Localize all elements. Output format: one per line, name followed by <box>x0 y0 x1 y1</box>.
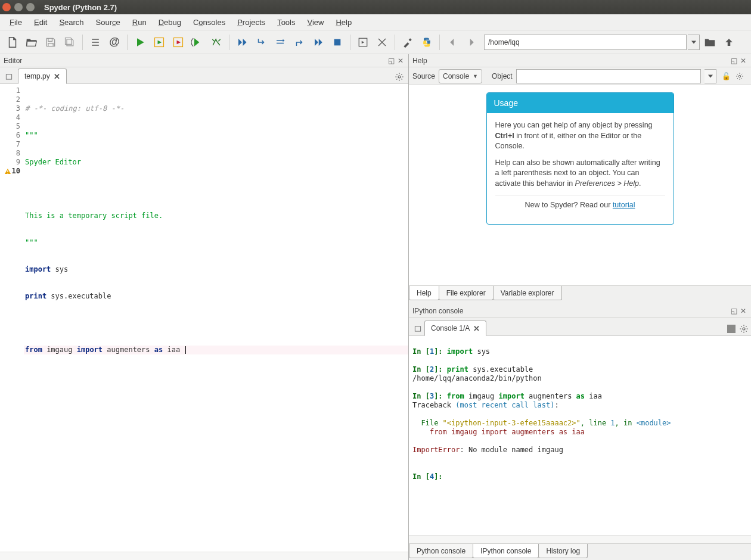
fullscreen-icon[interactable] <box>373 33 391 51</box>
help-card-title: Usage <box>487 93 674 113</box>
svg-rect-7 <box>7 173 8 173</box>
window-close-button[interactable] <box>2 3 11 11</box>
svg-rect-2 <box>334 39 341 45</box>
help-object-input[interactable] <box>516 69 701 83</box>
debug-stepover-icon[interactable] <box>271 33 289 51</box>
code-editor[interactable]: 12345 6789 10 # -*- coding: utf-8 -*- ""… <box>0 84 408 552</box>
close-tab-icon[interactable]: ✕ <box>54 72 60 81</box>
run-icon[interactable] <box>131 33 149 51</box>
menu-file[interactable]: File <box>5 17 27 28</box>
menu-run[interactable]: Run <box>128 17 151 28</box>
menu-view[interactable]: View <box>302 17 328 28</box>
console-close-pane-icon[interactable]: ✕ <box>739 307 747 315</box>
help-usage-card: Usage Here you can get help of any objec… <box>486 92 674 225</box>
console-tab-label: Console 1/A <box>431 324 470 332</box>
help-bottom-tabs: Help File explorer Variable explorer <box>409 285 751 302</box>
help-pane-header: Help ◱ ✕ <box>409 54 751 67</box>
help-object-label: Object <box>492 72 513 80</box>
console-float-icon[interactable]: ◱ <box>730 307 738 315</box>
editor-tabbar: temp.py ✕ <box>0 67 408 84</box>
editor-close-pane-icon[interactable]: ✕ <box>396 57 405 65</box>
menu-help[interactable]: Help <box>331 17 356 28</box>
debug-stepinto-icon[interactable] <box>252 33 270 51</box>
svg-point-5 <box>398 76 401 78</box>
save-icon[interactable] <box>42 33 60 51</box>
open-file-icon[interactable] <box>23 33 41 51</box>
menubar: File Edit Search Source Run Debug Consol… <box>0 14 751 30</box>
tab-history-log[interactable]: History log <box>538 544 588 558</box>
code-body[interactable]: # -*- coding: utf-8 -*- """ Spyder Edito… <box>23 84 408 552</box>
menu-tools[interactable]: Tools <box>272 17 300 28</box>
browse-tabs-icon[interactable] <box>2 70 15 83</box>
help-close-pane-icon[interactable]: ✕ <box>739 57 747 65</box>
debug-step-icon[interactable] <box>233 33 251 51</box>
outline-icon[interactable] <box>86 33 104 51</box>
svg-rect-6 <box>7 170 8 172</box>
help-lock-icon[interactable]: 🔓 <box>720 72 732 80</box>
console-options-icon[interactable] <box>739 324 749 334</box>
console-output[interactable]: In [1]: import sys In [2]: print sys.exe… <box>409 336 751 535</box>
menu-search[interactable]: Search <box>54 17 88 28</box>
parent-dir-icon[interactable] <box>720 33 738 51</box>
help-options-icon[interactable] <box>736 72 747 80</box>
console-close-tab-icon[interactable]: ✕ <box>473 324 480 333</box>
save-all-icon[interactable] <box>61 33 79 51</box>
editor-hscrollbar[interactable] <box>0 552 408 560</box>
help-object-dropdown[interactable] <box>705 69 716 83</box>
menu-projects[interactable]: Projects <box>232 17 270 28</box>
window-maximize-button[interactable] <box>26 3 35 11</box>
console-tabbar: Console 1/A ✕ <box>409 318 751 336</box>
editor-float-icon[interactable]: ◱ <box>387 57 395 65</box>
help-source-label: Source <box>412 72 435 80</box>
python-path-icon[interactable] <box>418 33 436 51</box>
console-pane-header: IPython console ◱ ✕ <box>409 304 751 318</box>
debug-continue-icon[interactable] <box>309 33 327 51</box>
nav-back-icon[interactable] <box>443 33 461 51</box>
svg-rect-4 <box>6 74 11 79</box>
window-minimize-button[interactable] <box>14 3 23 11</box>
preferences-icon[interactable] <box>399 33 417 51</box>
run-cell-icon[interactable] <box>150 33 168 51</box>
line-gutter: 12345 6789 10 <box>0 84 23 552</box>
menu-edit[interactable]: Edit <box>29 17 52 28</box>
help-tutorial-line: New to Spyder? Read our tutorial <box>495 200 665 211</box>
console-stop-icon[interactable] <box>727 325 736 333</box>
editor-options-icon[interactable] <box>393 70 406 83</box>
tab-help[interactable]: Help <box>409 286 439 300</box>
nav-fwd-icon[interactable] <box>463 33 480 51</box>
menu-debug[interactable]: Debug <box>154 17 186 28</box>
main-toolbar: @ /home/lqq <box>0 30 751 54</box>
editor-pane-header: Editor ◱ ✕ <box>0 54 408 67</box>
console-tab-1a[interactable]: Console 1/A ✕ <box>424 321 486 336</box>
menu-source[interactable]: Source <box>91 17 125 28</box>
svg-point-10 <box>743 328 745 330</box>
tab-python-console[interactable]: Python console <box>409 544 473 558</box>
editor-tab-temp[interactable]: temp.py ✕ <box>18 69 67 84</box>
help-para1: Here you can get help of any object by p… <box>495 120 665 152</box>
help-body: Usage Here you can get help of any objec… <box>409 85 751 285</box>
help-float-icon[interactable]: ◱ <box>730 57 738 65</box>
debug-icon[interactable] <box>207 33 225 51</box>
tab-variable-explorer[interactable]: Variable explorer <box>493 286 562 300</box>
working-dir-dropdown[interactable] <box>688 35 700 50</box>
at-icon[interactable]: @ <box>105 33 123 51</box>
new-file-icon[interactable] <box>4 33 21 51</box>
working-dir-input[interactable]: /home/lqq <box>484 35 687 50</box>
help-pane-title: Help <box>412 57 427 65</box>
run-selection-icon[interactable] <box>188 33 206 51</box>
maximize-pane-icon[interactable] <box>354 33 372 51</box>
debug-stepout-icon[interactable] <box>290 33 308 51</box>
browse-dir-icon[interactable] <box>701 33 719 51</box>
debug-stop-icon[interactable] <box>328 33 346 51</box>
tutorial-link[interactable]: tutorial <box>613 201 635 209</box>
help-source-combo[interactable]: Console▼ <box>439 69 482 83</box>
console-hscrollbar[interactable] <box>409 535 751 543</box>
help-source-row: Source Console▼ Object 🔓 <box>409 67 751 85</box>
run-cell-advance-icon[interactable] <box>169 33 187 51</box>
menu-consoles[interactable]: Consoles <box>188 17 230 28</box>
console-bottom-tabs: Python console IPython console History l… <box>409 543 751 560</box>
console-browse-tabs-icon[interactable] <box>411 322 424 335</box>
warning-icon <box>5 169 11 175</box>
tab-ipython-console[interactable]: IPython console <box>473 544 539 558</box>
tab-file-explorer[interactable]: File explorer <box>439 286 494 300</box>
